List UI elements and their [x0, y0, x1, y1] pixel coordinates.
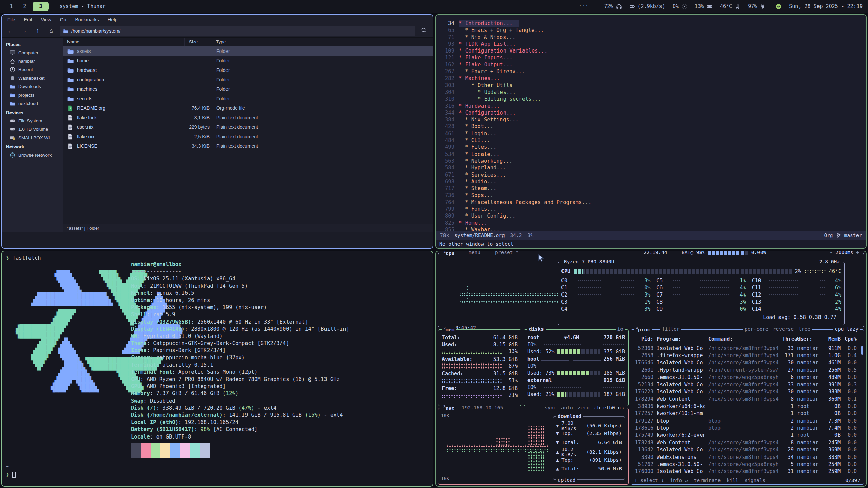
org-heading-line[interactable]: 825 * Home...: [441, 220, 866, 226]
back-button[interactable]: ←: [5, 26, 16, 36]
sidebar-item[interactable]: Recent: [2, 65, 63, 74]
org-heading-line[interactable]: 428 * Boot...: [441, 123, 866, 130]
process-row[interactable]: 178294 Web Content /nix/store/sm8fnrf3wp…: [631, 395, 864, 403]
menu-item[interactable]: Edit: [24, 17, 32, 22]
sidebar-device[interactable]: 1,0 TB Volume: [2, 125, 63, 134]
process-row[interactable]: 13642 Isolated Web Co /nix/store/sm8fnrf…: [631, 446, 864, 453]
key-hint[interactable]: info ↵: [670, 477, 688, 483]
process-row[interactable]: 175749 kworker/6:2-even 1 root 0B 0.0: [631, 432, 864, 439]
process-row[interactable]: 38936 kworker/u64:6-kc 1 root 0B 0.0: [631, 403, 864, 410]
key-hint[interactable]: signals: [745, 477, 765, 483]
process-row[interactable]: 176223 Isolated Web Co /nix/store/sm8fnr…: [631, 388, 864, 395]
process-row[interactable]: 2660 .emacs-31.0.50- /nix/store/wnqz5pa8…: [631, 374, 864, 381]
process-row[interactable]: 179127 btop btop 2 nambiar 7.3M 0.0: [631, 417, 864, 424]
column-user[interactable]: User:: [797, 336, 822, 342]
tab-filter[interactable]: filter: [660, 326, 681, 332]
column-mem[interactable]: MemB: [825, 336, 841, 342]
menu-item[interactable]: Help: [108, 17, 118, 22]
column-header[interactable]: Size: [184, 38, 212, 46]
file-row[interactable]: home Folder: [63, 56, 433, 65]
org-heading-line[interactable]: 121 * Flake Inputs...: [441, 54, 866, 61]
org-heading-line[interactable]: 534 * Locale...: [441, 151, 866, 158]
column-command[interactable]: Command:: [708, 336, 779, 342]
interface-switcher[interactable]: ←b eth0 n→: [594, 405, 624, 410]
org-heading-line[interactable]: 764 * Miscellaneous Packages and Program…: [441, 199, 866, 206]
menu-item[interactable]: Go: [60, 17, 66, 22]
org-heading-line[interactable]: 109 * Configuration Variables...: [441, 47, 866, 54]
tab-net[interactable]: 3net: [442, 405, 456, 411]
tab-sync[interactable]: sync: [545, 405, 556, 410]
org-heading-line[interactable]: 461 * Login...: [441, 130, 866, 137]
up-button[interactable]: ↑: [33, 26, 43, 36]
org-heading-line[interactable]: 736 * Sops...: [441, 192, 866, 199]
workspace-button[interactable]: 3: [33, 2, 49, 11]
org-heading-line[interactable]: 484 * CLI...: [441, 137, 866, 144]
file-row[interactable]: LICENSE 34,3 KiB Plain text document: [63, 141, 433, 151]
process-row[interactable]: 178248 Web Content /nix/store/sm8fnrf3wp…: [631, 439, 864, 446]
process-row[interactable]: 176646 Isolated Web Co /nix/store/sm8fnr…: [631, 359, 864, 366]
process-row[interactable]: 2658 .firefox-wrappe /nix/store/sm8fnrf3…: [631, 352, 864, 359]
tab-preset[interactable]: preset *: [493, 251, 520, 255]
tab-mem[interactable]: 2mem: [442, 326, 456, 332]
file-row[interactable]: user.nix 229 bytes Plain text document: [63, 122, 433, 132]
forward-button[interactable]: →: [19, 26, 29, 36]
org-heading-line[interactable]: 799 * Fonts...: [441, 206, 866, 212]
column-threads[interactable]: Threads:: [782, 336, 794, 342]
tab-reverse[interactable]: reverse: [773, 326, 794, 332]
tab-menu[interactable]: menu: [467, 251, 482, 255]
org-heading-line[interactable]: 34 * Introduction...: [441, 20, 866, 27]
path-field[interactable]: /home/nambiar/system/: [60, 26, 415, 36]
workspace-button[interactable]: 2: [19, 2, 31, 11]
org-heading-line[interactable]: 809 * User Config...: [441, 212, 866, 219]
org-buffer[interactable]: 34 * Introduction... 65 * Emacs + Org + …: [436, 15, 866, 231]
interval-minus-button[interactable]: -: [830, 251, 833, 255]
process-scrollbar[interactable]: [861, 346, 863, 355]
sidebar-device[interactable]: File System: [2, 117, 63, 125]
menu-item[interactable]: File: [7, 17, 15, 22]
process-row[interactable]: 177257 kworker/10:1-mm_ 1 root 0B 0.0: [631, 410, 864, 417]
org-heading-line[interactable]: 304 * Updates...: [441, 89, 866, 96]
tab-io[interactable]: io: [616, 326, 625, 332]
column-header[interactable]: Type: [212, 38, 433, 46]
process-row[interactable]: 176000 Isolated Web Co /nix/store/sm8fnr…: [631, 468, 864, 475]
process-row[interactable]: 51762 .emacs-31.0.50- /nix/store/wnqz5pa…: [631, 461, 864, 468]
sidebar-item[interactable]: projects: [2, 91, 63, 99]
column-program[interactable]: Program:: [657, 336, 705, 342]
terminal-window[interactable]: ❯ fastfetch ▗▄▄▄ ▗▄▄▄▄ ▄▄▄▖ ▜███▙ ▜███▙ …: [1, 251, 433, 487]
org-heading-line[interactable]: 303 * Other Utils: [441, 82, 866, 89]
file-row[interactable]: machines Folder: [63, 84, 433, 94]
sidebar-item[interactable]: Downloads: [2, 82, 63, 91]
workspace-button[interactable]: 1: [5, 2, 17, 11]
org-heading-line[interactable]: 65 * Emacs + Org + Tangle...: [441, 27, 866, 34]
sidebar-item[interactable]: Wastebasket: [2, 74, 63, 82]
tab-per-core[interactable]: per-core: [745, 326, 768, 332]
sidebar-item[interactable]: Computer: [2, 48, 63, 57]
tab-auto[interactable]: auto: [561, 405, 573, 410]
file-row[interactable]: hardware Folder: [63, 65, 433, 75]
file-row[interactable]: configuration Folder: [63, 75, 433, 84]
tab-disks[interactable]: disks: [529, 326, 544, 332]
process-row[interactable]: 178616 btop btop 2 nambiar 7.4M 0.0: [631, 424, 864, 431]
process-row[interactable]: 2601 .Hyprland-wrapp /run/current-system…: [631, 366, 864, 373]
sidebar-network-item[interactable]: Browse Network: [2, 151, 63, 159]
key-hint[interactable]: kill: [727, 477, 738, 483]
file-row[interactable]: README.org 76,4 KiB Org-mode file: [63, 103, 433, 113]
column-header[interactable]: Name: [63, 38, 184, 46]
org-heading-line[interactable]: 563 * Networking...: [441, 158, 866, 164]
home-button[interactable]: ⌂: [46, 26, 56, 36]
org-heading-line[interactable]: 71 * Nix & Nixos...: [441, 34, 866, 41]
org-heading-line[interactable]: 93 * TLDR App List...: [441, 41, 866, 47]
file-row[interactable]: assets Folder: [63, 46, 433, 56]
tab-proc[interactable]: 4proc: [634, 326, 652, 332]
file-row[interactable]: flake.nix 2,5 KiB Plain text document: [63, 132, 433, 141]
org-heading-line[interactable]: 316 * Hardware...: [441, 103, 866, 109]
interval-plus-button[interactable]: +: [856, 251, 859, 255]
process-row[interactable]: 52134 Isolated Web Co /nix/store/sm8fnrf…: [631, 381, 864, 388]
org-heading-line[interactable]: 162 * Flake Output...: [441, 61, 866, 68]
column-cpu[interactable]: Cpu%: [844, 336, 857, 342]
search-button[interactable]: [418, 26, 429, 36]
file-row[interactable]: secrets Folder: [63, 94, 433, 103]
org-heading-line[interactable]: 499 * Files...: [441, 144, 866, 150]
tab-zero[interactable]: zero: [578, 405, 590, 410]
sidebar-device[interactable]: SMALLBOX Wi...: [2, 134, 63, 142]
